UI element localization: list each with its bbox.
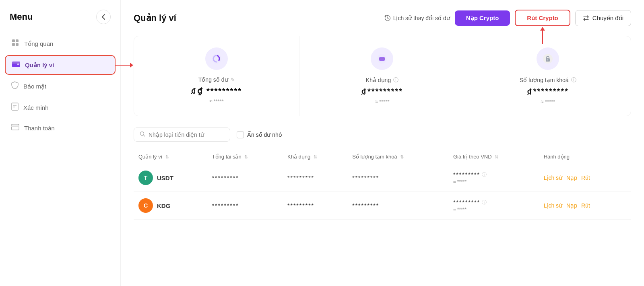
svg-rect-2 <box>12 43 15 46</box>
sidebar-item-thanh-toan[interactable]: Thanh toán <box>5 119 116 137</box>
chuyen-doi-button[interactable]: Chuyển đổi <box>575 10 631 26</box>
summary-card-tong-so-du: Tổng số dư ✎ đ ₫ ********* ≈ ***** <box>134 36 299 116</box>
svg-line-21 <box>144 135 145 137</box>
card-icon-chart <box>205 47 228 70</box>
info-icon-vnd-usdt[interactable]: ⓘ <box>482 171 487 178</box>
info-icon-kha-dung[interactable]: ⓘ <box>393 76 398 84</box>
svg-rect-10 <box>12 124 19 130</box>
arrow-head <box>130 63 133 68</box>
coin-cell-kdg: C KDG <box>134 192 207 220</box>
masked-value: ********* <box>367 87 403 96</box>
tong-tai-san-kdg: ********* <box>207 192 283 220</box>
actions-usdt: Lịch sử Nạp Rút <box>539 164 631 192</box>
sidebar-item-label: Tổng quan <box>24 40 53 47</box>
card-approx-1: ≈ ***** <box>375 99 389 105</box>
svg-rect-16 <box>379 58 385 60</box>
card-value-kha-dung: đ ********* <box>361 87 403 96</box>
tong-tai-san-usdt: ********* <box>207 164 283 192</box>
kdg-icon: C <box>138 198 153 213</box>
sidebar-item-label: Thanh toán <box>24 125 55 132</box>
svg-rect-7 <box>12 103 18 110</box>
col-gia-tri-vnd[interactable]: Giá trị theo VND ⇅ <box>448 150 539 164</box>
col-quan-ly-vi[interactable]: Quản lý ví ⇅ <box>134 150 207 164</box>
payment-icon <box>11 124 19 132</box>
chuyen-doi-label: Chuyển đổi <box>592 14 623 22</box>
sidebar-back-button[interactable] <box>96 10 111 24</box>
masked-value: ********* <box>533 87 569 96</box>
col-hanh-dong: Hành động <box>539 150 631 164</box>
sidebar-item-tong-quan[interactable]: Tổng quan <box>5 34 116 53</box>
tam-khoa-kdg: ********* <box>347 192 448 220</box>
history-icon <box>384 15 391 21</box>
search-input[interactable] <box>149 132 224 138</box>
verify-icon <box>11 103 19 113</box>
rut-arrow-annotation <box>540 27 545 44</box>
card-approx-2: ≈ ***** <box>541 99 555 105</box>
col-tong-tai-san[interactable]: Tổng tài sản ⇅ <box>207 150 283 164</box>
action-rut-usdt[interactable]: Rút <box>581 175 590 181</box>
table-row: T USDT ********* ********* ********* <box>134 164 631 192</box>
action-rut-kdg[interactable]: Rút <box>581 202 590 209</box>
rut-crypto-button[interactable]: Rút Crypto <box>515 10 570 26</box>
arrow-shaft <box>542 31 543 44</box>
sidebar-item-label: Bảo mật <box>23 83 46 90</box>
currency-d: đ <box>191 87 196 95</box>
col-so-luong-tam-khoa[interactable]: Số lượng tạm khoá ⇅ <box>347 150 448 164</box>
tam-khoa-usdt: ********* <box>347 164 448 192</box>
table-body: T USDT ********* ********* ********* <box>134 164 631 220</box>
svg-rect-3 <box>16 43 19 46</box>
history-link-label: Lịch sử thay đổi số dư <box>393 15 450 21</box>
actions-kdg: Lịch sử Nạp Rút <box>539 192 631 220</box>
card-label-text: Tổng số dư <box>198 76 228 83</box>
page-title: Quản lý ví <box>134 13 176 23</box>
svg-rect-1 <box>16 39 19 42</box>
sort-icon: ⇅ <box>400 154 404 159</box>
table-row: C KDG ********* ********* ********* <box>134 192 631 220</box>
action-nap-usdt[interactable]: Nạp <box>566 175 577 181</box>
info-icon-tam-khoa[interactable]: ⓘ <box>571 76 576 84</box>
sidebar-item-label: Xác minh <box>23 104 49 111</box>
info-icon-vnd-kdg[interactable]: ⓘ <box>482 199 487 206</box>
col-kha-dung[interactable]: Khả dụng ⇅ <box>283 150 347 164</box>
wallet-table: Quản lý ví ⇅ Tổng tài sản ⇅ Khả dụng ⇅ S… <box>134 150 631 220</box>
summary-cards: Tổng số dư ✎ đ ₫ ********* ≈ ***** <box>134 36 631 116</box>
currency-d: đ <box>527 87 532 96</box>
action-nap-kdg[interactable]: Nạp <box>566 202 577 209</box>
coin-name-kdg: KDG <box>157 202 170 209</box>
hide-small-checkbox[interactable] <box>237 131 244 138</box>
chart-icon <box>211 53 222 64</box>
masked-value: ₫ ********* <box>197 86 242 96</box>
card-value-tam-khoa: đ ********* <box>527 87 569 96</box>
action-lich-su-kdg[interactable]: Lịch sử <box>544 202 562 209</box>
main-content: Quản lý ví Lịch sử thay đổi số dư Nạp Cr… <box>121 0 644 286</box>
action-lich-su-usdt[interactable]: Lịch sử <box>544 175 562 181</box>
hide-small-label[interactable]: Ẩn số dư nhỏ <box>247 132 282 138</box>
card-approx-0: ≈ ***** <box>209 98 224 104</box>
sidebar-item-xac-minh[interactable]: Xác minh <box>5 98 116 117</box>
sidebar-nav: Tổng quan Quản lý ví <box>0 34 120 137</box>
sidebar-item-bao-mat[interactable]: Bảo mật <box>5 76 116 96</box>
summary-card-tam-khoa: Số lượng tạm khoá ⓘ đ ********* ≈ ***** <box>465 36 631 116</box>
sort-icon: ⇅ <box>165 154 169 159</box>
card-value-tong-so-du: đ ₫ ********* <box>191 86 242 96</box>
svg-rect-5 <box>17 64 19 65</box>
sort-icon: ⇅ <box>314 154 317 159</box>
table-header: Quản lý ví ⇅ Tổng tài sản ⇅ Khả dụng ⇅ S… <box>134 150 631 164</box>
wallet-icon <box>12 61 20 69</box>
sidebar-title: Menu <box>10 12 33 22</box>
overview-icon <box>11 39 19 49</box>
lock-icon <box>542 53 553 64</box>
filter-bar: Ẩn số dư nhỏ <box>134 128 631 142</box>
kha-dung-kdg: ********* <box>283 192 347 220</box>
arrow-tip-up <box>540 27 545 31</box>
history-link[interactable]: Lịch sử thay đổi số dư <box>384 15 450 21</box>
card-icon-lock <box>537 47 559 70</box>
sort-icon: ⇅ <box>244 154 248 159</box>
nap-crypto-button[interactable]: Nạp Crypto <box>455 10 510 26</box>
sidebar-item-quan-ly-vi[interactable]: Quản lý ví <box>5 55 116 75</box>
coin-cell-usdt: T USDT <box>134 164 207 192</box>
card-icon-card <box>371 47 393 70</box>
shield-icon <box>11 81 19 91</box>
edit-icon[interactable]: ✎ <box>231 77 235 83</box>
top-bar: Quản lý ví Lịch sử thay đổi số dư Nạp Cr… <box>134 10 631 26</box>
